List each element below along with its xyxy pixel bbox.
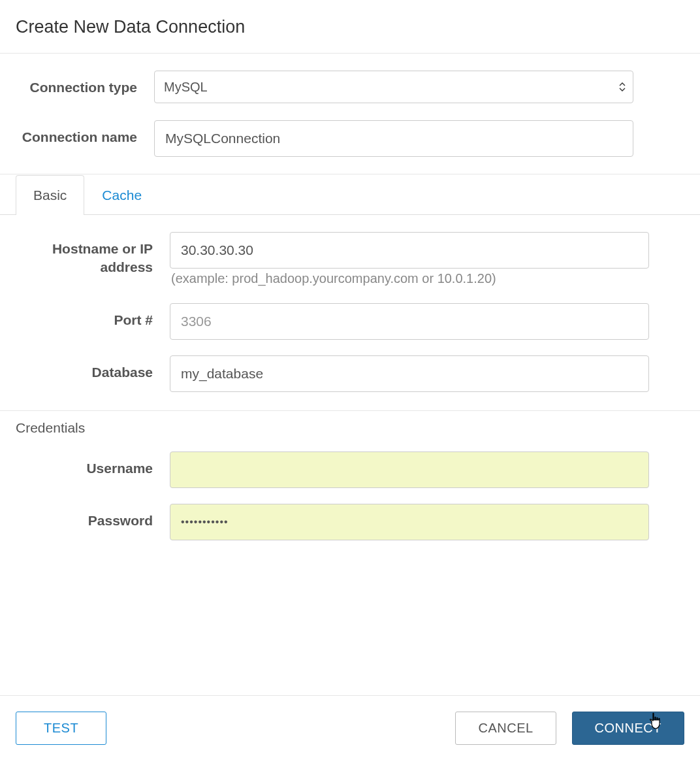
connection-type-row: Connection type MySQL	[0, 71, 700, 103]
connection-type-select[interactable]: MySQL	[154, 71, 633, 103]
tab-cache[interactable]: Cache	[84, 175, 159, 215]
create-connection-dialog: Create New Data Connection Connection ty…	[0, 0, 700, 566]
port-row: Port #	[16, 303, 684, 340]
username-row: Username	[16, 451, 684, 488]
basic-section: Hostname or IP address (example: prod_ha…	[0, 232, 700, 411]
dialog-footer: TEST CANCEL CONNECT	[0, 695, 700, 745]
connection-name-input[interactable]	[154, 120, 633, 157]
username-input[interactable]	[170, 451, 649, 488]
database-row: Database	[16, 355, 684, 392]
test-button[interactable]: TEST	[16, 712, 106, 745]
database-input[interactable]	[170, 355, 649, 392]
tabs-container: Basic Cache	[0, 174, 700, 215]
dialog-title: Create New Data Connection	[0, 0, 700, 54]
connection-name-row: Connection name	[0, 120, 700, 157]
password-label: Password	[16, 504, 170, 530]
database-label: Database	[16, 355, 170, 382]
hostname-label: Hostname or IP address	[16, 232, 170, 277]
username-label: Username	[16, 451, 170, 478]
cancel-button[interactable]: CANCEL	[455, 712, 556, 745]
port-input[interactable]	[170, 303, 649, 340]
top-section: Connection type MySQL Connection name	[0, 71, 700, 174]
tab-basic[interactable]: Basic	[16, 175, 84, 215]
connect-button[interactable]: CONNECT	[572, 712, 684, 745]
credentials-section: Username Password	[0, 451, 700, 566]
password-input[interactable]	[170, 504, 649, 540]
port-label: Port #	[16, 303, 170, 329]
connection-name-label: Connection name	[0, 120, 154, 146]
credentials-heading: Credentials	[0, 411, 700, 436]
hostname-row: Hostname or IP address (example: prod_ha…	[16, 232, 684, 286]
connection-type-label: Connection type	[0, 71, 154, 97]
password-row: Password	[16, 504, 684, 540]
hostname-input[interactable]	[170, 232, 649, 269]
hostname-help: (example: prod_hadoop.yourcompany.com or…	[170, 271, 649, 286]
